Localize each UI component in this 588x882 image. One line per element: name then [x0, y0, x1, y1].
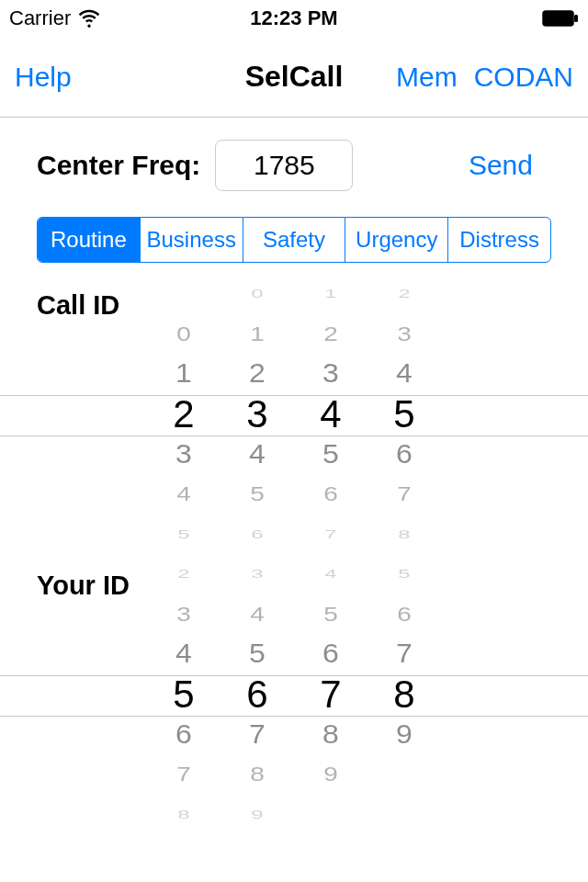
picker-item: 4: [314, 563, 347, 585]
center-freq-input[interactable]: [215, 140, 353, 191]
mem-button[interactable]: Mem: [396, 62, 458, 93]
picker-item: 6: [388, 598, 421, 630]
picker-item: 2: [314, 318, 347, 350]
picker-item: 6: [314, 478, 347, 510]
picker-item: 6: [167, 716, 200, 753]
picker-item: 2: [388, 283, 421, 305]
picker-column[interactable]: 2345678: [167, 554, 200, 834]
picker-item: 9: [314, 758, 347, 790]
picker-item: 1: [167, 355, 200, 392]
codan-button[interactable]: CODAN: [474, 62, 573, 93]
picker-item: 7: [314, 674, 347, 715]
picker-item: 3: [314, 355, 347, 392]
picker-item: 6: [314, 635, 347, 673]
picker-item: 7: [314, 523, 347, 545]
center-freq-row: Center Freq: Send: [0, 118, 588, 204]
picker-column[interactable]: 2345678: [388, 274, 421, 554]
picker-item: 5: [167, 523, 200, 545]
picker-item: 3: [241, 563, 274, 585]
segment-urgency[interactable]: Urgency: [345, 218, 447, 262]
picker-item: 8: [388, 523, 421, 545]
picker-item: 3: [167, 598, 200, 630]
picker-column[interactable]: 1234567: [314, 274, 347, 554]
picker-item: 8: [241, 758, 274, 790]
picker-item: 1: [241, 318, 274, 350]
picker-item: 7: [241, 716, 274, 753]
priority-segmented-control: Routine Business Safety Urgency Distress: [37, 217, 551, 263]
picker-item: 4: [167, 635, 200, 673]
center-freq-label: Center Freq:: [37, 150, 200, 181]
picker-item: 2: [167, 563, 200, 585]
picker-item: 3: [388, 318, 421, 350]
picker-item: 6: [241, 674, 274, 715]
help-button[interactable]: Help: [15, 62, 72, 93]
call-id-label: Call ID: [37, 290, 119, 321]
picker-item: 4: [241, 435, 274, 473]
picker-item: 0: [241, 283, 274, 305]
status-bar: Carrier 12:23 PM: [0, 0, 588, 37]
picker-item: 8: [388, 674, 421, 715]
picker-item: 4: [388, 355, 421, 392]
svg-rect-0: [543, 11, 573, 26]
picker-item: 8: [314, 716, 347, 753]
picker-item: 3: [241, 394, 274, 435]
segment-distress[interactable]: Distress: [447, 218, 550, 262]
picker-item: 4: [241, 598, 274, 630]
picker-item: 5: [241, 478, 274, 510]
picker-item: 5: [314, 435, 347, 473]
carrier-label: Carrier: [9, 6, 71, 30]
picker-item: 9: [388, 716, 421, 753]
picker-item: 6: [388, 435, 421, 473]
send-button[interactable]: Send: [469, 150, 533, 181]
wifi-icon: [78, 7, 100, 29]
picker-item: 7: [388, 478, 421, 510]
page-title: SelCall: [245, 60, 344, 94]
nav-bar: Help SelCall Mem CODAN: [0, 37, 588, 118]
picker-item: 5: [167, 674, 200, 715]
battery-icon: [542, 10, 579, 27]
picker-column[interactable]: 456789: [314, 554, 347, 834]
picker-item: 5: [241, 635, 274, 673]
your-id-picker[interactable]: Your ID 2345678345678945678956789: [0, 554, 588, 834]
picker-item: 0: [167, 318, 200, 350]
svg-rect-1: [574, 15, 578, 22]
picker-item: 5: [314, 598, 347, 630]
picker-item: 3: [167, 435, 200, 473]
call-id-picker[interactable]: Call ID 012345012345612345672345678: [0, 274, 588, 554]
picker-column[interactable]: 3456789: [241, 554, 274, 834]
picker-item: 5: [388, 394, 421, 435]
segment-business[interactable]: Business: [140, 218, 243, 262]
picker-column[interactable]: 56789: [388, 554, 421, 834]
your-id-label: Your ID: [37, 571, 130, 601]
picker-item: 5: [388, 563, 421, 585]
picker-item: 1: [314, 283, 347, 305]
picker-column[interactable]: 0123456: [241, 274, 274, 554]
picker-item: 2: [241, 355, 274, 392]
picker-item: 4: [167, 478, 200, 510]
picker-item: 7: [388, 635, 421, 673]
picker-item: 4: [314, 394, 347, 435]
clock: 12:23 PM: [250, 6, 337, 30]
picker-item: 7: [167, 758, 200, 790]
segment-routine[interactable]: Routine: [38, 218, 140, 262]
picker-item: 8: [167, 803, 200, 825]
picker-item: 9: [241, 803, 274, 825]
segment-safety[interactable]: Safety: [243, 218, 345, 262]
picker-item: 2: [167, 394, 200, 435]
picker-item: 6: [241, 523, 274, 545]
picker-column[interactable]: 012345: [167, 274, 200, 554]
